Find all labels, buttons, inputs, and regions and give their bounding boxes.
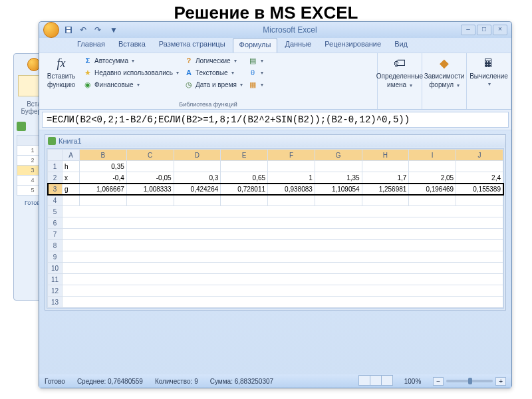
row-header[interactable]: 8 (48, 240, 63, 251)
cell[interactable] (126, 195, 174, 206)
cell[interactable] (174, 161, 221, 172)
cell[interactable]: 1,066667 (80, 184, 127, 195)
cell[interactable]: 2,4 (456, 172, 503, 184)
cell[interactable] (268, 161, 315, 172)
lookup-ref-button[interactable]: ▤▾ (247, 55, 265, 66)
cell[interactable]: 2,05 (409, 172, 456, 184)
col-header[interactable]: H (362, 150, 409, 161)
recently-used-button[interactable]: ★Недавно использовались▾ (82, 67, 180, 78)
tab-page-layout[interactable]: Разметка страницы (153, 38, 231, 53)
worksheet-grid[interactable]: A B C D E F G H I J 1h0,35 2x-0,4-0,050,… (47, 148, 504, 309)
page-layout-view-icon[interactable] (370, 375, 382, 386)
cell[interactable]: 0,196469 (409, 184, 456, 195)
cell[interactable] (63, 217, 503, 229)
zoom-slider[interactable]: −+ (433, 377, 506, 386)
defined-names-button[interactable]: 🏷Определенныеимена ▾ (382, 55, 418, 88)
insert-function-button[interactable]: fx Вставить функцию (43, 55, 79, 88)
row-header[interactable]: 1 (48, 161, 63, 172)
row-header[interactable]: 4 (48, 195, 63, 206)
col-header[interactable]: D (174, 150, 221, 161)
cell[interactable] (268, 195, 315, 206)
tab-view[interactable]: Вид (388, 38, 414, 53)
cell[interactable]: 0,938083 (268, 184, 315, 195)
cell[interactable]: g (63, 184, 80, 195)
col-header[interactable]: C (126, 150, 174, 161)
col-header[interactable]: F (268, 150, 315, 161)
select-all-corner[interactable] (48, 150, 63, 161)
col-header[interactable]: I (409, 150, 456, 161)
tab-insert[interactable]: Вставка (112, 38, 152, 53)
zoom-handle[interactable] (468, 378, 472, 384)
cell[interactable] (315, 161, 362, 172)
cell[interactable]: 0,424264 (174, 184, 221, 195)
cell[interactable] (63, 274, 503, 285)
cell[interactable]: 0,65 (221, 172, 268, 184)
row-header[interactable]: 10 (48, 263, 63, 274)
cell[interactable]: 1 (268, 172, 315, 184)
formula-auditing-button[interactable]: ◆Зависимостиформул ▾ (426, 55, 462, 88)
undo-icon[interactable]: ↶ (78, 25, 88, 35)
row-header[interactable]: 5 (48, 206, 63, 217)
logical-button[interactable]: ?Логические▾ (183, 55, 244, 66)
maximize-button[interactable]: □ (477, 25, 491, 35)
cell[interactable] (456, 161, 503, 172)
save-icon[interactable] (63, 25, 74, 35)
cell[interactable]: 0,35 (80, 161, 127, 172)
tab-review[interactable]: Рецензирование (319, 38, 387, 53)
row-header[interactable]: 9 (48, 251, 63, 263)
minimize-button[interactable]: – (461, 25, 475, 35)
cell[interactable] (63, 195, 80, 206)
zoom-in-button[interactable]: + (495, 377, 506, 386)
math-trig-button[interactable]: θ▾ (247, 67, 265, 78)
cell[interactable]: 1,35 (315, 172, 362, 184)
autosum-button[interactable]: ΣАвтосумма▾ (82, 55, 180, 66)
cell[interactable] (63, 251, 503, 263)
text-button[interactable]: AТекстовые▾ (183, 67, 244, 78)
cell[interactable] (63, 206, 503, 217)
col-header[interactable]: E (221, 150, 268, 161)
row-header[interactable]: 6 (48, 217, 63, 229)
cell[interactable]: 1,008333 (126, 184, 174, 195)
more-functions-button[interactable]: ▦▾ (247, 79, 265, 90)
cell[interactable]: 1,256981 (362, 184, 409, 195)
cell[interactable] (63, 285, 503, 297)
row-header[interactable]: 3 (48, 184, 63, 195)
cell[interactable] (221, 161, 268, 172)
cell[interactable] (174, 195, 221, 206)
cell[interactable] (63, 229, 503, 240)
office-button[interactable] (43, 22, 59, 38)
cell[interactable] (362, 195, 409, 206)
cell[interactable] (456, 195, 503, 206)
row-header[interactable]: 2 (48, 172, 63, 184)
redo-icon[interactable]: ↷ (92, 25, 103, 35)
cell[interactable] (63, 263, 503, 274)
normal-view-icon[interactable] (358, 375, 370, 386)
cell[interactable] (409, 161, 456, 172)
page-break-view-icon[interactable] (381, 375, 393, 386)
col-header[interactable]: A (63, 150, 80, 161)
formula-input[interactable]: =ЕСЛИ(B2<0,2;1-B2/6;ЕСЛИ(B2>=1,8;1/(B2^2… (42, 112, 509, 128)
cell[interactable] (63, 297, 503, 308)
close-button[interactable]: × (493, 25, 507, 35)
col-header[interactable]: B (80, 150, 127, 161)
cell[interactable] (362, 161, 409, 172)
row-header[interactable]: 12 (48, 285, 63, 297)
cell[interactable]: 0,155389 (456, 184, 503, 195)
zoom-out-button[interactable]: − (433, 377, 444, 386)
tab-home[interactable]: Главная (71, 38, 111, 53)
cell[interactable] (409, 195, 456, 206)
cell[interactable]: 0,3 (174, 172, 221, 184)
tab-formulas[interactable]: Формулы (233, 38, 278, 53)
view-buttons[interactable] (358, 375, 392, 387)
qat-dropdown-icon[interactable]: ▼ (108, 25, 119, 35)
col-header[interactable]: G (315, 150, 362, 161)
row-header[interactable]: 7 (48, 229, 63, 240)
financial-button[interactable]: ◉Финансовые▾ (82, 79, 180, 90)
tab-data[interactable]: Данные (279, 38, 317, 53)
cell[interactable]: h (63, 161, 80, 172)
cell[interactable]: -0,4 (80, 172, 127, 184)
zoom-track[interactable] (446, 380, 493, 382)
cell[interactable]: 1,7 (362, 172, 409, 184)
cell[interactable]: -0,05 (126, 172, 174, 184)
cell[interactable]: 1,109054 (315, 184, 362, 195)
